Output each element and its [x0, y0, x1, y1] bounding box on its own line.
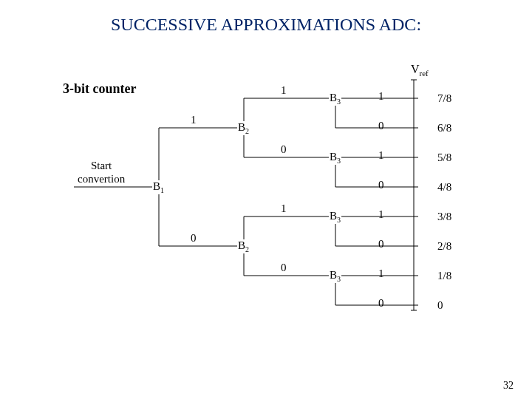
node-b3-b: B3	[329, 151, 341, 165]
tree-lines	[0, 0, 532, 399]
out-6: 1	[378, 267, 384, 280]
node-b2-upper: B2	[237, 121, 250, 135]
out-7: 0	[378, 297, 384, 310]
edge-b2u-1: 1	[281, 84, 287, 97]
node-b2-lower: B2	[237, 239, 250, 253]
frac-4: 3/8	[437, 211, 451, 223]
edge-b1-0: 0	[191, 232, 197, 245]
frac-1: 6/8	[437, 122, 451, 134]
out-2: 1	[378, 149, 384, 162]
edge-b1-1: 1	[191, 114, 197, 126]
frac-3: 4/8	[437, 181, 451, 194]
node-b3-d: B3	[329, 269, 341, 283]
frac-6: 1/8	[437, 270, 451, 282]
out-3: 0	[378, 179, 384, 191]
out-5: 0	[378, 238, 384, 250]
frac-5: 2/8	[437, 240, 451, 253]
edge-b2l-1: 1	[281, 202, 287, 215]
node-b1: B1	[152, 180, 165, 194]
out-4: 1	[378, 208, 384, 221]
node-b3-c: B3	[329, 210, 341, 224]
edge-b2u-0: 0	[281, 143, 287, 156]
out-0: 1	[378, 90, 384, 103]
out-1: 0	[378, 120, 384, 132]
node-b3-a: B3	[329, 92, 341, 106]
frac-2: 5/8	[437, 151, 451, 164]
frac-7: 0	[437, 299, 443, 312]
frac-0: 7/8	[437, 92, 451, 105]
edge-b2l-0: 0	[281, 262, 287, 274]
page-number: 32	[503, 380, 514, 392]
